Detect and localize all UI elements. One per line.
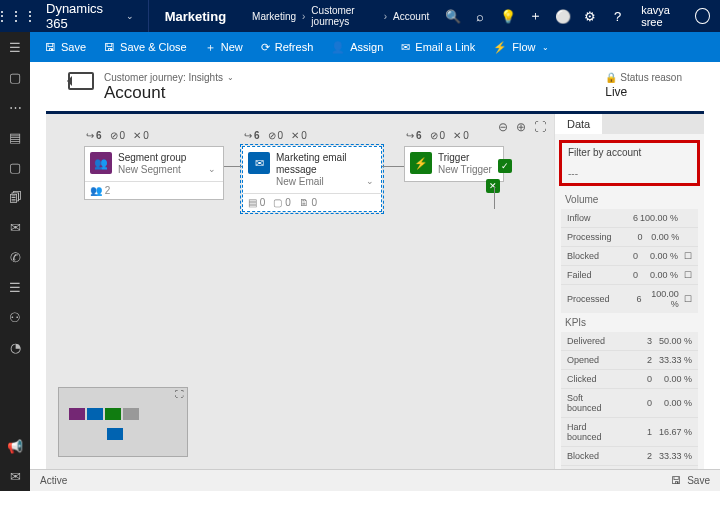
trigger-icon: ⚡ [410,152,432,174]
save-close-button[interactable]: 🖫 Save & Close [95,32,196,62]
top-bar: ⋮⋮⋮ Dynamics 365⌄ Marketing Marketing› C… [0,0,720,32]
idea-icon[interactable]: 💡 [494,0,521,32]
record-breadcrumb[interactable]: Customer journey: Insights⌄ [104,72,234,83]
zoom-in-icon[interactable]: ⊕ [516,120,526,134]
rail-item-1[interactable]: ▢ [0,62,30,92]
help-icon[interactable]: ? [604,0,631,32]
rail-item-4[interactable]: ▢ [0,152,30,182]
kpi-row: Soft bounced00.00 % [561,389,698,418]
rail-item-5[interactable]: 🗐 [0,182,30,212]
chevron-down-icon[interactable]: ⌄ [206,162,218,176]
filter-by-account[interactable]: Filter by account --- [559,140,700,186]
trigger-yes-badge: ✓ [498,159,512,173]
rail-mail-icon[interactable]: ✉ [0,461,30,491]
page-title: Account [104,83,234,103]
tab-blank[interactable] [602,114,704,134]
fit-icon[interactable]: ⛶ [534,120,546,134]
volume-row: Inflow6100.00 % [561,209,698,228]
volume-row: Failed00.00 %☐ [561,266,698,285]
canvas-tools: ⊖ ⊕ ⛶ [498,120,546,134]
tab-data[interactable]: Data [555,114,602,134]
kpi-label: KPIs [555,315,704,330]
kpi-row: Clicked00.00 % [561,370,698,389]
rail-item-7[interactable]: ✆ [0,242,30,272]
zoom-out-icon[interactable]: ⊖ [498,120,508,134]
filter-icon[interactable]: ⚪ [549,0,576,32]
refresh-button[interactable]: ⟳ Refresh [252,32,323,62]
status-reason-value: Live [605,85,682,99]
kpi-row: Hard bounced116.67 % [561,418,698,447]
tile-segment[interactable]: 👥 Segment groupNew Segment ⌄ 👥 2 [84,146,224,200]
expand-icon[interactable]: ⛶ [175,389,184,399]
segment-icon: 👥 [90,152,112,174]
rail-item-9[interactable]: ⚇ [0,302,30,332]
settings-icon[interactable]: ⚙ [576,0,603,32]
top-breadcrumb[interactable]: Marketing› Customer journeys› Account [242,5,439,27]
rail-item-10[interactable]: ◔ [0,332,30,362]
email-icon: ✉ [248,152,270,174]
status-reason-label: 🔒Status reason [605,72,682,83]
user-menu[interactable]: kavya sree [631,4,720,28]
footer-save-icon[interactable]: 🖫 [671,475,681,486]
volume-row: Blocked00.00 %☐ [561,247,698,266]
command-bar: 🖫 Save 🖫 Save & Close ＋ New ⟳ Refresh 👤 … [30,32,720,62]
footer-save-button[interactable]: Save [687,475,710,486]
minimap[interactable]: ⛶ [58,387,188,457]
assign-button[interactable]: 👤 Assign [322,32,392,62]
kpi-table: Delivered350.00 %Opened233.33 %Clicked00… [561,332,698,469]
rail-item-6[interactable]: ✉ [0,212,30,242]
trigger-no-badge: ✕ [486,179,500,193]
lock-icon: 🔒 [605,72,617,83]
rail-menu-icon[interactable]: ☰ [0,32,30,62]
tile-email[interactable]: ✉ Marketing email messageNew Email ⌄ ▤ 0… [242,146,382,212]
kpi-row: Blocked233.33 % [561,447,698,466]
volume-table: Inflow6100.00 %Processing00.00 %Blocked0… [561,209,698,313]
email-link-button[interactable]: ✉ Email a Link [392,32,484,62]
left-rail: ☰ ▢ ⋯ ▤ ▢ 🗐 ✉ ✆ ☰ ⚇ ◔ 📢 ✉ [0,32,30,491]
rail-item-8[interactable]: ☰ [0,272,30,302]
chevron-down-icon[interactable]: ⌄ [364,174,376,188]
footer-bar: Active 🖫Save [30,469,720,491]
task-icon[interactable]: ⌕ [467,0,494,32]
new-button[interactable]: ＋ New [196,32,252,62]
add-icon[interactable]: ＋ [522,0,549,32]
tile-trigger[interactable]: ⚡ TriggerNew Trigger [404,146,504,182]
flow-button[interactable]: ⚡ Flow⌄ [484,32,558,62]
rail-announce-icon[interactable]: 📢 [0,431,30,461]
insights-panel: Data Filter by account --- Volume Inflow… [554,114,704,469]
rail-item-3[interactable]: ▤ [0,122,30,152]
module-name[interactable]: Marketing [149,9,242,24]
kpi-row: Opened233.33 % [561,351,698,370]
journey-canvas[interactable]: ⊖ ⊕ ⛶ ↪ 6 ⊘ 0 ✕ 0 👥 Segment groupNew Seg… [46,114,554,469]
footer-status: Active [40,475,67,486]
app-launcher-icon[interactable]: ⋮⋮⋮ [0,8,32,24]
brand-switcher[interactable]: Dynamics 365⌄ [32,0,149,32]
volume-row: Processing00.00 % [561,228,698,247]
megaphone-icon [68,72,94,90]
rail-item-2[interactable]: ⋯ [0,92,30,122]
save-button[interactable]: 🖫 Save [36,32,95,62]
search-icon[interactable]: 🔍 [439,0,466,32]
avatar-icon [695,8,710,24]
kpi-row: Delivered350.00 % [561,332,698,351]
volume-label: Volume [555,192,704,207]
volume-row: Processed6100.00 %☐ [561,285,698,313]
